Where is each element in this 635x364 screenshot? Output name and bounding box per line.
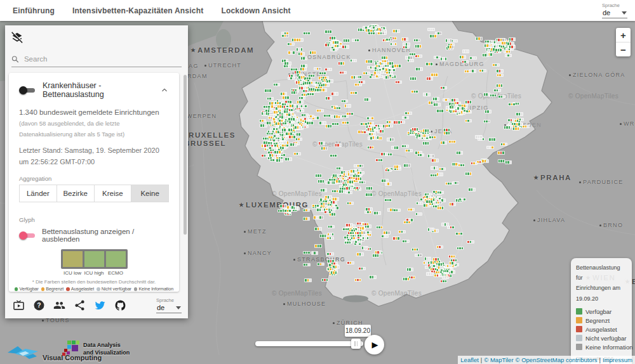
- glyph-cell-label: ECMO: [105, 270, 126, 276]
- map-legend-item-label: Begrenzt: [585, 317, 610, 324]
- layer-visibility-toggle[interactable]: [19, 86, 36, 94]
- zoom-in-button[interactable]: +: [616, 28, 631, 42]
- map-legend-title-line2: Einrichtungen am: [576, 283, 627, 293]
- language-select-top: Sprache de: [602, 3, 627, 18]
- layer-card-title: Krankenhäuser - Bettenauslastung: [43, 81, 154, 99]
- glyph-footnote: * Die Farben stellen den bundesweiten Du…: [19, 279, 169, 285]
- glyph-cell-label: ICU low: [62, 270, 83, 276]
- legend-color-dot: [41, 287, 45, 291]
- lake-bodensee: [343, 296, 368, 302]
- glyph-color-legend: VerfügbarBegrenztAusgelastetNicht verfüg…: [19, 286, 169, 292]
- play-icon: ▶: [372, 340, 378, 349]
- map-legend-items: VerfügbarBegrenztAusgelastetNicht verfüg…: [576, 308, 627, 351]
- map-legend-item-label: Nicht verfügbar: [585, 335, 626, 342]
- layers-off-icon[interactable]: [10, 30, 24, 44]
- github-icon[interactable]: [114, 299, 126, 311]
- group-icon[interactable]: [53, 299, 65, 311]
- svg-text:?: ?: [37, 302, 41, 309]
- map-legend-item: Keine Information: [576, 344, 627, 351]
- search-input[interactable]: [23, 55, 182, 63]
- legend-color-dot: [134, 287, 138, 291]
- glyph-preview: ICU lowICU highECMO: [19, 249, 169, 276]
- glyph-label: Glyph: [19, 216, 169, 223]
- map-legend-item: Verfügbar: [576, 308, 627, 315]
- share-icon[interactable]: [74, 299, 86, 311]
- app-root: © OpenMapTiles© OpenMapTiles© OpenMapTil…: [0, 0, 635, 364]
- aggregation-option-kreise[interactable]: Kreise: [94, 185, 131, 202]
- map-attribution: Leaflet | © MapTiler © OpenStreetMap con…: [458, 356, 635, 364]
- chevron-down-icon: [176, 306, 181, 309]
- timeline-play-button[interactable]: ▶: [364, 335, 384, 354]
- timeline-slider-handle[interactable]: [351, 339, 361, 349]
- legend-item-label: Keine Information: [138, 286, 173, 292]
- language-label: Sprache: [602, 3, 627, 8]
- map-legend-item: Ausgelastet: [576, 326, 627, 333]
- nav-item-1[interactable]: Einführung: [13, 6, 55, 15]
- legend-color-dot: [97, 287, 100, 291]
- map-legend-item: Begrenzt: [576, 317, 627, 324]
- aggregation-option-bezirke[interactable]: Bezirke: [57, 185, 94, 202]
- glyph-cell-label: ICU high: [83, 270, 105, 276]
- glyph-cell-icu-high: [84, 251, 104, 267]
- video-icon[interactable]: [13, 299, 25, 311]
- maptiler-link[interactable]: © MapTiler: [484, 356, 513, 363]
- dav-label-line1: Data Analysis: [83, 342, 130, 349]
- top-navigation: EinführungIntensivbetten-Kapazitäten Ans…: [0, 0, 635, 21]
- hidden-facilities-note: (davon 58 ausgeblendet, da die letzte Da…: [19, 119, 169, 140]
- collapse-chevron-icon[interactable]: [160, 86, 169, 94]
- glyph-cell-icu-low: [63, 251, 83, 267]
- language-dropdown[interactable]: de: [156, 303, 182, 313]
- map-legend-item-label: Ausgelastet: [585, 326, 617, 333]
- panel-scrollbar[interactable]: [184, 75, 187, 235]
- timeline-date-tooltip: 18.09.20: [345, 325, 371, 337]
- glyph-toggle-label: Bettenauslastung anzeigen / ausblenden: [42, 228, 169, 243]
- language-value: de: [603, 9, 610, 16]
- chevron-down-icon: [622, 11, 627, 15]
- legend-item-label: Nicht verfügbar: [102, 286, 131, 292]
- legend-item: Begrenzt: [41, 286, 64, 292]
- nav-item-3[interactable]: Lockdown Ansicht: [221, 6, 290, 15]
- legend-color-square: [576, 344, 582, 350]
- aggregation-button-group: LänderBezirkeKreiseKeine: [19, 185, 169, 202]
- help-icon[interactable]: ?: [33, 299, 45, 311]
- legend-color-dot: [15, 287, 18, 291]
- glyph-visibility-toggle[interactable]: [19, 231, 36, 240]
- layer-card: Krankenhäuser - Bettenauslastung 1.340 b…: [9, 73, 179, 292]
- facility-count-text: 1.340 bundesweit gemeldete Einrichtungen: [19, 108, 169, 116]
- legend-color-square: [576, 326, 582, 332]
- aggregation-option-keine[interactable]: Keine: [131, 185, 168, 202]
- impressum-link[interactable]: Impressum: [603, 356, 632, 363]
- legend-color-square: [576, 317, 582, 323]
- legend-color-square: [576, 308, 582, 315]
- legend-item: Keine Information: [134, 286, 173, 292]
- language-dropdown[interactable]: de: [602, 8, 627, 18]
- osm-link[interactable]: © OpenStreetMap contributors: [516, 356, 598, 363]
- language-label: Sprache: [156, 297, 182, 303]
- twitter-icon[interactable]: [94, 299, 106, 311]
- last-update-text: Letzter Stand: Samstag, 19. September 20…: [19, 145, 169, 167]
- legend-item-label: Verfügbar: [19, 286, 38, 292]
- aggregation-option-länder[interactable]: Länder: [20, 185, 57, 202]
- dav-logo[interactable]: Data Analysis and Visualization: [62, 341, 130, 358]
- map-legend-item: Nicht verfügbar: [576, 335, 627, 342]
- legend-color-square: [576, 335, 582, 341]
- search-icon: [11, 55, 19, 63]
- timeline-slider-track[interactable]: [255, 341, 363, 346]
- aggregation-label: Aggregation: [19, 175, 169, 182]
- glyph-cell-ecmo: [106, 251, 126, 267]
- dav-logo-icon: [62, 341, 79, 358]
- legend-item: Nicht verfügbar: [97, 286, 131, 292]
- language-value: de: [157, 304, 164, 311]
- visual-computing-logo-icon: [4, 345, 41, 361]
- legend-item-label: Ausgelastet: [71, 286, 94, 292]
- attribution-separator: |: [599, 356, 601, 363]
- legend-item: Ausgelastet: [66, 286, 94, 292]
- nav-item-2[interactable]: Intensivbetten-Kapazitäten Ansicht: [72, 6, 203, 15]
- zoom-out-button[interactable]: −: [616, 42, 631, 56]
- legend-item-label: Begrenzt: [46, 286, 64, 292]
- map-legend-item-label: Keine Information: [585, 344, 632, 351]
- search-bar: [11, 55, 182, 67]
- lake-ijsselmeer: [216, 29, 231, 49]
- leaflet-link[interactable]: Leaflet: [460, 356, 479, 363]
- legend-color-dot: [66, 287, 70, 291]
